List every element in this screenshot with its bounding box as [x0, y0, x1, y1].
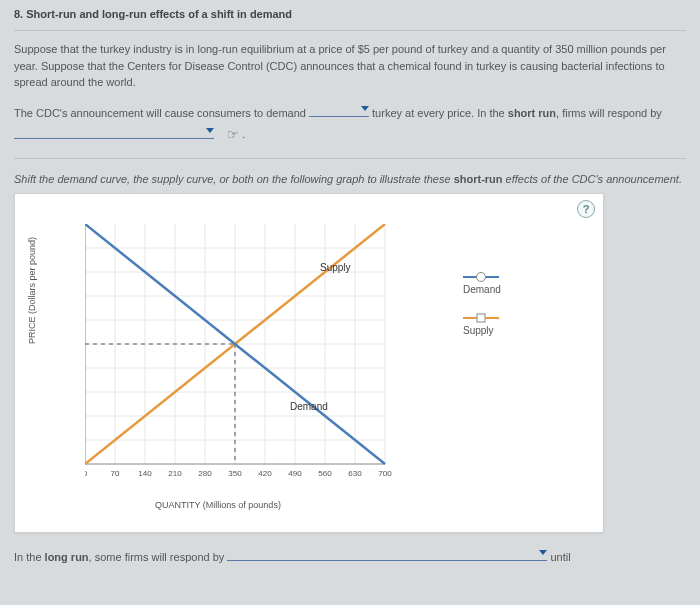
s1d: , firms will respond by [556, 107, 662, 119]
legend-supply[interactable]: Supply [463, 317, 583, 336]
y-axis-label: PRICE (Dollars per pound) [27, 237, 37, 344]
s1-period: . [242, 129, 245, 141]
help-button[interactable]: ? [577, 200, 595, 218]
svg-text:140: 140 [138, 469, 152, 478]
cursor-icon: ☞ [227, 123, 239, 148]
svg-text:70: 70 [111, 469, 120, 478]
supply-swatch-icon [463, 317, 499, 319]
scenario-text: Suppose that the turkey industry is in l… [14, 41, 686, 91]
legend: Demand Supply [463, 276, 583, 358]
svg-text:280: 280 [198, 469, 212, 478]
caret-down-icon [361, 106, 369, 111]
dropdown-longrun-response[interactable] [227, 548, 547, 561]
chart-area[interactable]: Supply Demand 012 345 678 910 070140 210… [85, 224, 415, 484]
demand-line-label: Demand [290, 401, 328, 412]
instr-a: Shift the demand curve, the supply curve… [14, 173, 454, 185]
graph-instruction: Shift the demand curve, the supply curve… [14, 173, 686, 185]
x-ticks: 070140 210280350 420490560 630700 [85, 469, 392, 478]
svg-text:630: 630 [348, 469, 362, 478]
svg-text:420: 420 [258, 469, 272, 478]
legend-supply-label: Supply [463, 325, 494, 336]
instr-tail: effects of the CDC's announcement. [503, 173, 682, 185]
legend-demand-label: Demand [463, 284, 501, 295]
supply-line-label: Supply [320, 262, 351, 273]
question-title: 8. Short-run and long-run effects of a s… [14, 8, 686, 20]
svg-text:700: 700 [378, 469, 392, 478]
f-bold: long run [45, 551, 89, 563]
instr-bold: short-run [454, 173, 503, 185]
dropdown-demand-direction[interactable] [309, 104, 369, 117]
fill-sentence-1: The CDC's announcement will cause consum… [14, 103, 686, 149]
s1b: turkey at every price. In the [372, 107, 508, 119]
f-until: until [550, 551, 570, 563]
divider [14, 30, 686, 31]
svg-text:350: 350 [228, 469, 242, 478]
caret-down-icon [539, 550, 547, 555]
svg-text:560: 560 [318, 469, 332, 478]
f-b: , some firms will respond by [89, 551, 225, 563]
legend-demand[interactable]: Demand [463, 276, 583, 295]
graph-panel: ? PRICE (Dollars per pound) QUANTITY (Mi… [14, 193, 604, 533]
chart-svg[interactable]: Supply Demand 012 345 678 910 070140 210… [85, 224, 415, 484]
divider-2 [14, 158, 686, 159]
svg-text:0: 0 [85, 469, 88, 478]
fill-sentence-2: In the long run, some firms will respond… [14, 547, 686, 568]
s1c: short run [508, 107, 556, 119]
f-a: In the [14, 551, 45, 563]
demand-swatch-icon [463, 276, 499, 278]
x-axis-label: QUANTITY (Millions of pounds) [155, 500, 281, 510]
dropdown-firm-response[interactable] [14, 126, 214, 139]
s1a: The CDC's announcement will cause consum… [14, 107, 306, 119]
svg-text:490: 490 [288, 469, 302, 478]
svg-text:210: 210 [168, 469, 182, 478]
caret-down-icon [206, 128, 214, 133]
